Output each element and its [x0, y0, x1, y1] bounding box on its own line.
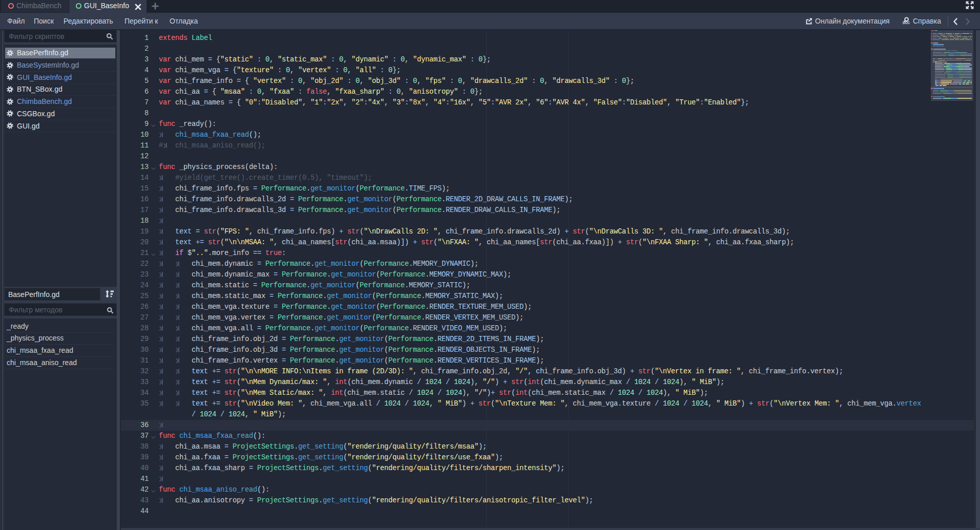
svg-text:DOC: DOC	[903, 21, 910, 25]
